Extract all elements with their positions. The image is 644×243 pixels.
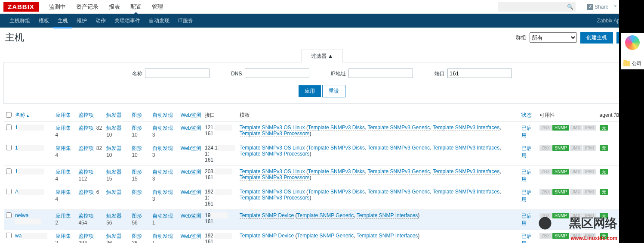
row-checkbox[interactable] [6, 212, 12, 218]
col-name[interactable]: 名称 [13, 109, 54, 122]
search-input[interactable] [498, 2, 576, 12]
host-link[interactable]: wa [15, 233, 22, 239]
avail-snmp: SNMP [552, 189, 569, 195]
status-link[interactable]: 已启用 [521, 145, 532, 159]
cell-link[interactable]: 应用集 [55, 145, 71, 151]
cell-link[interactable]: 自动发现 [152, 189, 173, 195]
cell-link[interactable]: 自动发现 [152, 169, 173, 175]
topnav-0[interactable]: 监测中 [44, 0, 71, 14]
subnav-4[interactable]: 动作 [91, 13, 110, 28]
cell-link[interactable]: 自动发现 [152, 125, 173, 131]
filter-ip-input[interactable] [348, 69, 413, 78]
web-link[interactable]: Web监测 [180, 125, 201, 131]
status-link[interactable]: 已启用 [521, 189, 532, 202]
filter-reset-button[interactable]: 重设 [322, 85, 345, 97]
host-link[interactable]: A [15, 189, 18, 195]
tmpl-link[interactable]: Template SNMPv3 OS Linux [240, 145, 305, 151]
cell-link[interactable]: 图形 [132, 125, 142, 131]
share-link[interactable]: Z Share [587, 4, 608, 10]
row-checkbox[interactable] [6, 189, 12, 194]
host-link[interactable]: 1 [15, 145, 18, 151]
cell-link[interactable]: 应用集 [55, 233, 71, 239]
cell-link[interactable]: 应用集 [55, 213, 71, 219]
cell-link[interactable]: 应用集 [55, 189, 71, 195]
tmpl-link[interactable]: Template SNMP Device [240, 212, 294, 219]
subnav-6[interactable]: 自动发现 [145, 13, 174, 28]
create-host-button[interactable]: 创建主机 [580, 32, 613, 44]
col-status[interactable]: 状态 [520, 109, 538, 122]
cell-link[interactable]: 图形 [132, 145, 142, 151]
cell-link[interactable]: 图形 [132, 213, 142, 219]
status-link[interactable]: 已启用 [521, 233, 532, 243]
col-item[interactable]: 监控项 [77, 109, 105, 122]
filter-name-input[interactable] [145, 69, 210, 78]
cell-link[interactable]: 监控项 [78, 145, 94, 151]
col-web[interactable]: Web监测 [179, 109, 203, 122]
cell-link[interactable]: 自动发现 [152, 145, 173, 151]
table-row: neiwaxxxx应用集 2监控项 454触发器 56图形 56自动发现 1We… [4, 210, 640, 230]
select-all-checkbox[interactable] [6, 112, 12, 118]
col-discovery[interactable]: 自动发现 [151, 109, 179, 122]
topnav-3[interactable]: 配置 [125, 0, 147, 14]
cell-link[interactable]: 自动发现 [152, 213, 173, 219]
availability: ZBXSNMPJMXIPMI [539, 125, 596, 131]
group-select[interactable]: 所有 [530, 32, 577, 43]
help-icon[interactable]: ? [613, 4, 616, 10]
row-checkbox[interactable] [6, 145, 12, 150]
tmpl-link[interactable]: Template SNMPv3 OS Linux [240, 189, 305, 195]
cell-link[interactable]: 触发器 [106, 169, 122, 175]
cell-link[interactable]: 自动发现 [152, 233, 173, 239]
subnav-5[interactable]: 关联项事件 [110, 13, 145, 28]
cell-link[interactable]: 触发器 [106, 189, 122, 195]
cell-link[interactable]: 监控项 [78, 213, 94, 219]
host-link[interactable]: 1 [15, 168, 18, 174]
filter-dns-input[interactable] [245, 69, 309, 78]
topnav-4[interactable]: 管理 [147, 0, 168, 14]
subnav-2[interactable]: 主机 [53, 13, 72, 28]
subnav-1[interactable]: 模板 [34, 13, 53, 28]
filter-port-input[interactable] [447, 69, 512, 78]
tmpl-link[interactable]: Template SNMP Device [240, 233, 294, 239]
cell-link[interactable]: 应用集 [55, 125, 71, 131]
web-link[interactable]: Web监测 [180, 145, 201, 151]
status-link[interactable]: 已启用 [521, 213, 532, 226]
row-checkbox[interactable] [6, 168, 12, 174]
swirl-icon[interactable] [625, 35, 640, 50]
subnav-7[interactable]: IT服务 [174, 13, 197, 28]
col-graph[interactable]: 图形 [130, 109, 150, 122]
row-checkbox[interactable] [6, 233, 12, 238]
host-link[interactable]: 1 [15, 125, 18, 131]
filter-apply-button[interactable]: 应用 [299, 85, 321, 97]
cell-link[interactable]: 图形 [132, 169, 142, 175]
status-link[interactable]: 已启用 [521, 125, 532, 138]
cell-link[interactable]: 触发器 [106, 233, 122, 239]
filter-toggle[interactable]: 过滤器 ▲ [301, 50, 343, 62]
cell-link[interactable]: 触发器 [106, 125, 122, 131]
avail-jmx: JMX [570, 145, 582, 151]
cell-link[interactable]: 监控项 [78, 233, 94, 239]
cell-link[interactable]: 图形 [132, 233, 142, 239]
topnav-1[interactable]: 资产记录 [71, 0, 104, 14]
subnav-3[interactable]: 维护 [72, 13, 91, 28]
subnav-0[interactable]: 主机群组 [5, 13, 34, 28]
cell-link[interactable]: 触发器 [106, 145, 122, 151]
web-link[interactable]: Web监测 [180, 189, 201, 195]
web-link[interactable]: Web监测 [180, 169, 201, 175]
topnav-2[interactable]: 报表 [104, 0, 125, 14]
status-link[interactable]: 已启用 [521, 169, 532, 182]
company-folder[interactable]: 公司 [623, 60, 641, 67]
web-link[interactable]: Web监测 [180, 213, 201, 219]
cell-link[interactable]: 应用集 [55, 169, 71, 175]
web-link[interactable]: Web监测 [180, 233, 201, 239]
host-link[interactable]: neiwa [15, 212, 28, 218]
col-trigger[interactable]: 触发器 [105, 109, 130, 122]
cell-link[interactable]: 监控项 [78, 189, 94, 195]
cell-link[interactable]: 监控项 [78, 125, 94, 131]
cell-link[interactable]: 图形 [132, 189, 142, 195]
row-checkbox[interactable] [6, 125, 12, 130]
col-app[interactable]: 应用集 [54, 109, 77, 122]
tmpl-link[interactable]: Template SNMPv3 OS Linux [240, 168, 305, 175]
cell-link[interactable]: 触发器 [106, 213, 122, 219]
tmpl-link[interactable]: Template SNMPv3 OS Linux [240, 125, 305, 131]
cell-link[interactable]: 监控项 [78, 169, 94, 175]
